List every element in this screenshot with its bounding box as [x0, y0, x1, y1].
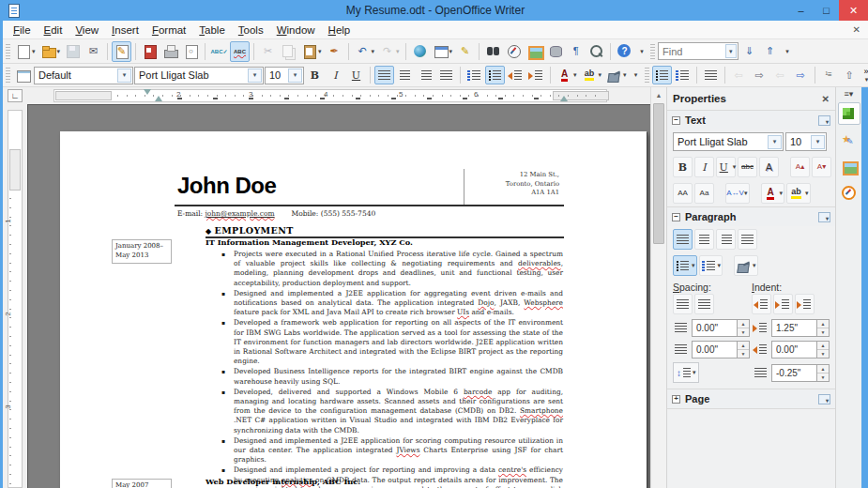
- find-replace-button[interactable]: [483, 41, 503, 62]
- toolbar-overflow-button[interactable]: »▾: [860, 66, 868, 84]
- menu-file[interactable]: File: [7, 23, 38, 38]
- autospellcheck-button[interactable]: ABC: [230, 41, 250, 62]
- menu-format[interactable]: Format: [145, 23, 192, 38]
- below-spacing-spinner[interactable]: ▲▼: [692, 341, 750, 358]
- toolbar-grip[interactable]: [6, 44, 10, 59]
- nonprinting-characters-button[interactable]: ¶: [566, 41, 586, 62]
- before-indent-input[interactable]: [771, 319, 816, 337]
- strikethrough-button[interactable]: abc: [738, 157, 757, 177]
- tab-navigator[interactable]: [838, 181, 860, 204]
- spinner-arrows[interactable]: ▲▼: [737, 341, 750, 358]
- tab-stop-selector-button[interactable]: ∟: [8, 89, 23, 102]
- increase-paragraph-spacing-button[interactable]: [673, 294, 693, 314]
- after-indent-input[interactable]: [771, 341, 816, 358]
- paragraph-style-combo[interactable]: Default▾: [34, 67, 133, 84]
- highlighting-button[interactable]: ab▾: [786, 183, 811, 204]
- scroll-up-icon[interactable]: ▲: [651, 87, 666, 102]
- underline-button[interactable]: U▾: [716, 157, 736, 177]
- vertical-scrollbar[interactable]: ▲: [650, 87, 666, 488]
- highlighting-button[interactable]: ab▾: [580, 66, 604, 84]
- undo-button[interactable]: ↶▾: [353, 41, 377, 62]
- sidebar-menu-icon[interactable]: ≡▾: [845, 90, 854, 99]
- tab-gallery[interactable]: [838, 155, 860, 177]
- vertical-ruler[interactable]: 1234: [3, 104, 27, 488]
- email-link[interactable]: john@example.com: [205, 209, 274, 218]
- horizontal-ruler[interactable]: 23456: [27, 87, 650, 104]
- toolbar-overflow-button[interactable]: ▾: [630, 66, 642, 84]
- before-indent-spinner[interactable]: ▲▼: [771, 319, 830, 337]
- open-button[interactable]: ▾: [38, 41, 63, 62]
- menu-window[interactable]: Window: [270, 23, 322, 38]
- character-spacing-button[interactable]: A↔V▾: [725, 183, 750, 204]
- expand-icon[interactable]: +: [672, 395, 680, 404]
- toolbar-grip[interactable]: [645, 68, 649, 83]
- spinner-arrows[interactable]: ▲▼: [816, 341, 830, 358]
- email-button[interactable]: ✉: [84, 41, 103, 62]
- increase-indent-button[interactable]: [752, 294, 771, 314]
- data-sources-button[interactable]: [545, 41, 565, 62]
- toolbar-grip[interactable]: [6, 68, 10, 83]
- toolbar-overflow-button[interactable]: ▾: [635, 41, 647, 62]
- spinner-arrows[interactable]: ▲▼: [816, 319, 830, 337]
- navigator-button[interactable]: [504, 41, 524, 62]
- menu-view[interactable]: View: [69, 23, 105, 38]
- more-options-icon[interactable]: ▾: [818, 394, 830, 404]
- align-center-button[interactable]: [395, 66, 415, 84]
- numbered-list-button[interactable]: ▾: [699, 255, 723, 276]
- spinner-arrows[interactable]: ▲▼: [816, 364, 830, 382]
- export-pdf-button[interactable]: [140, 41, 160, 62]
- table-button[interactable]: ▾: [431, 41, 455, 62]
- document-page[interactable]: John Doe 12 Main St.,Toronto, OntarioA1A…: [60, 131, 647, 488]
- find-next-button[interactable]: ⇓: [739, 41, 759, 62]
- minimize-button[interactable]: –: [788, 0, 814, 21]
- align-center-button[interactable]: [694, 229, 714, 250]
- decrease-indent-button[interactable]: [506, 66, 525, 84]
- bullet-list-button[interactable]: [485, 66, 505, 84]
- no-list-button[interactable]: [701, 66, 721, 84]
- italic-button[interactable]: I: [326, 66, 345, 84]
- demote-with-subpoints-button[interactable]: ⇨: [791, 66, 811, 84]
- lowercase-button[interactable]: Aa: [694, 183, 714, 204]
- font-size-combo[interactable]: 10▾: [265, 67, 304, 84]
- sidebar-close-icon[interactable]: ✕: [822, 94, 830, 104]
- spinner-arrows[interactable]: ▲▼: [737, 319, 750, 337]
- maximize-button[interactable]: □: [814, 0, 839, 21]
- close-document-icon[interactable]: ✕: [853, 24, 860, 35]
- spelling-button[interactable]: ABC✓: [209, 41, 229, 62]
- above-spacing-input[interactable]: [692, 319, 737, 337]
- italic-button[interactable]: I: [694, 157, 714, 177]
- justify-button[interactable]: [738, 229, 757, 250]
- menu-tools[interactable]: Tools: [232, 23, 270, 38]
- paragraph-background-button[interactable]: ▾: [734, 255, 758, 276]
- shadow-button[interactable]: A: [759, 157, 779, 177]
- font-color-button[interactable]: A▾: [555, 66, 579, 84]
- below-spacing-input[interactable]: [692, 341, 737, 358]
- bullet-list-button[interactable]: [652, 66, 672, 84]
- decrease-indent-button[interactable]: [773, 294, 793, 314]
- draw-functions-button[interactable]: ✎: [455, 41, 475, 62]
- bold-button[interactable]: B: [305, 66, 325, 84]
- align-right-button[interactable]: [416, 66, 435, 84]
- document-canvas[interactable]: John Doe 12 Main St.,Toronto, OntarioA1A…: [27, 104, 650, 488]
- scrollbar-thumb[interactable]: [653, 103, 664, 244]
- page-preview-button[interactable]: ○: [181, 41, 201, 62]
- new-document-button[interactable]: ▾: [13, 41, 38, 62]
- increase-indent-button[interactable]: [526, 66, 546, 84]
- uppercase-button[interactable]: AA: [673, 183, 693, 204]
- paste-button[interactable]: ▾: [299, 41, 324, 62]
- decrease-paragraph-spacing-button[interactable]: [694, 294, 714, 314]
- bullet-list-button[interactable]: ▾: [673, 255, 697, 276]
- first-line-indent-input[interactable]: [771, 364, 816, 382]
- font-name-combo[interactable]: Port Lligat Slab▾: [134, 67, 264, 84]
- sidebar-font-size-combo[interactable]: 10▾: [785, 132, 827, 151]
- gallery-button[interactable]: [525, 41, 544, 62]
- zoom-button[interactable]: [586, 41, 606, 62]
- sidebar-font-name-combo[interactable]: Port Lligat Slab▾: [673, 132, 784, 151]
- above-spacing-spinner[interactable]: ▲▼: [692, 319, 750, 337]
- title-bar[interactable]: My Resume.odt - OpenOffice Writer – □ ✕: [3, 0, 868, 21]
- align-left-button[interactable]: [374, 66, 394, 84]
- collapse-icon[interactable]: −: [672, 213, 680, 221]
- toolbar-overflow-button[interactable]: ▾: [781, 41, 793, 62]
- find-input[interactable]: [662, 46, 723, 57]
- menu-help[interactable]: Help: [322, 23, 358, 38]
